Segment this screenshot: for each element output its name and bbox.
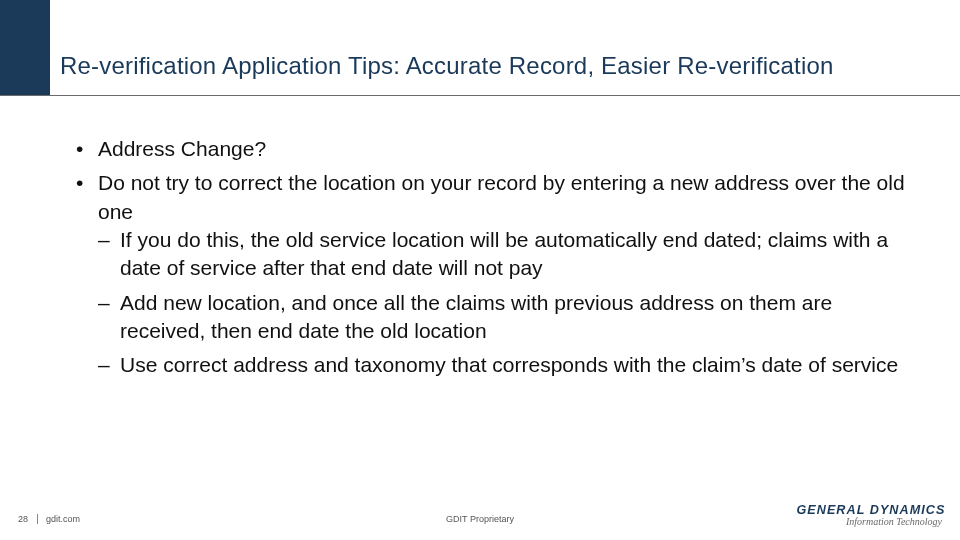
sub-bullet-3: Use correct address and taxonomy that co… — [98, 351, 920, 379]
title-rule — [0, 95, 960, 96]
sub-bullet-2-text: Add new location, and once all the claim… — [120, 291, 832, 342]
sub-list: If you do this, the old service location… — [98, 226, 920, 380]
bullet-1-text: Address Change? — [98, 137, 266, 160]
slide-title: Re-verification Application Tips: Accura… — [60, 52, 930, 80]
logo-line1: GENERAL DYNAMICS — [797, 504, 946, 516]
logo: GENERAL DYNAMICS Information Technology — [800, 504, 942, 527]
sub-bullet-3-text: Use correct address and taxonomy that co… — [120, 353, 898, 376]
proprietary-label: GDIT Proprietary — [446, 514, 514, 524]
page-separator — [37, 514, 38, 524]
body-content: Address Change? Do not try to correct th… — [74, 135, 920, 386]
page-number-block: 28 gdit.com — [18, 514, 80, 524]
sub-bullet-1: If you do this, the old service location… — [98, 226, 920, 283]
bullet-1: Address Change? — [74, 135, 920, 163]
logo-line2: Information Technology — [800, 517, 942, 527]
footer: 28 gdit.com GDIT Proprietary GENERAL DYN… — [0, 502, 960, 524]
page-number: 28 — [18, 514, 28, 524]
accent-corner — [0, 0, 50, 95]
site-label: gdit.com — [46, 514, 80, 524]
sub-bullet-1-text: If you do this, the old service location… — [120, 228, 888, 279]
sub-bullet-2: Add new location, and once all the claim… — [98, 289, 920, 346]
slide: Re-verification Application Tips: Accura… — [0, 0, 960, 540]
bullet-2-text: Do not try to correct the location on yo… — [98, 171, 905, 222]
bullet-2: Do not try to correct the location on yo… — [74, 169, 920, 379]
